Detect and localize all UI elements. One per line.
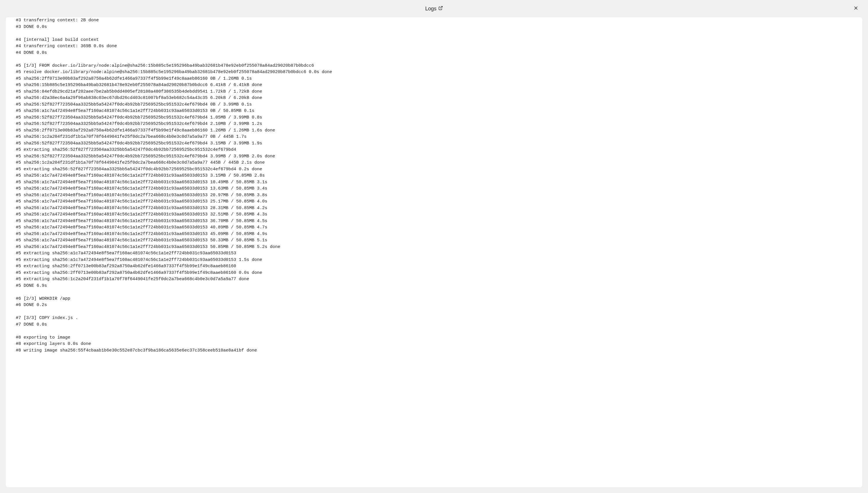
log-output: #3 transferring context: 2B done #3 DONE… (16, 17, 852, 354)
log-scroll-container[interactable]: #3 transferring context: 2B done #3 DONE… (6, 17, 862, 487)
close-button[interactable] (852, 5, 860, 12)
header-title-text: Logs (425, 6, 436, 12)
logs-title-link[interactable]: Logs (425, 6, 443, 12)
svg-line-0 (440, 6, 442, 8)
close-icon (853, 5, 859, 12)
logs-header: Logs (0, 0, 868, 17)
external-link-icon (438, 6, 443, 12)
